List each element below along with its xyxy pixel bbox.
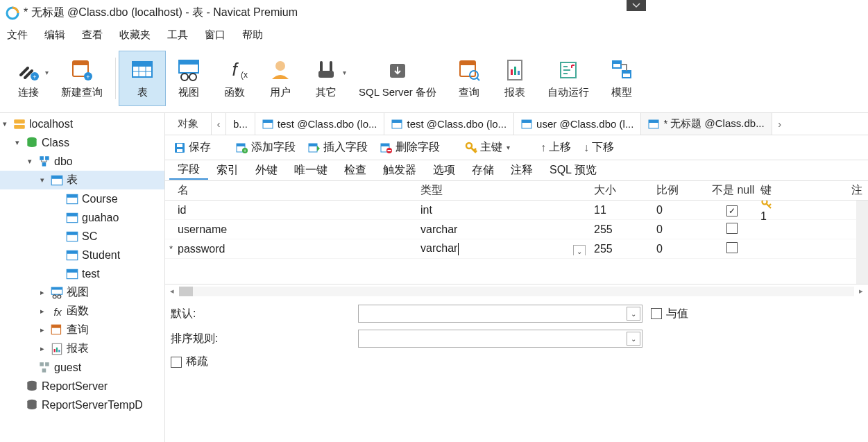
- menu-favorites[interactable]: 收藏夹: [115, 27, 163, 43]
- tool-user[interactable]: 用户: [257, 51, 303, 106]
- field-row-active[interactable]: * password varchar ⌄ 255 0: [165, 239, 868, 259]
- collapse-icon[interactable]: ▾: [37, 176, 47, 185]
- document-tab[interactable]: user @Class.dbo (l...: [514, 113, 641, 135]
- tree-database-rst[interactable]: ReportServerTempD: [0, 396, 164, 414]
- tool-other[interactable]: 其它 ▾: [303, 51, 349, 106]
- insert-field-button[interactable]: 插入字段: [304, 139, 372, 156]
- field-scale-cell[interactable]: 0: [652, 204, 708, 216]
- tool-connect[interactable]: + 连接 ▾: [6, 51, 51, 106]
- field-name-cell[interactable]: password: [173, 243, 416, 255]
- tool-autorun[interactable]: 自动运行: [538, 51, 599, 106]
- tool-function[interactable]: f(x) 函数: [212, 51, 257, 106]
- tree-reports-group[interactable]: ▸ 报表: [0, 339, 164, 358]
- col-header-name[interactable]: 名: [173, 183, 416, 198]
- tree-connection[interactable]: ▾ localhost: [0, 114, 164, 133]
- subtab-checks[interactable]: 检查: [336, 162, 375, 179]
- type-dropdown-button[interactable]: ⌄: [573, 245, 586, 255]
- delete-field-button[interactable]: 删除字段: [376, 139, 444, 156]
- field-type-cell[interactable]: varchar: [416, 223, 590, 236]
- tool-report[interactable]: 报表: [492, 51, 538, 106]
- tab-scroll-left[interactable]: ‹: [211, 113, 226, 135]
- subtab-comment[interactable]: 注释: [502, 162, 541, 179]
- add-field-button[interactable]: + 添加字段: [232, 139, 300, 156]
- primary-key-button[interactable]: 主键 ▾: [461, 139, 514, 156]
- tree-table-item[interactable]: Student: [0, 246, 164, 264]
- col-header-size[interactable]: 大小: [590, 183, 652, 198]
- tree-queries-group[interactable]: ▸ 查询: [0, 321, 164, 339]
- vertical-scrollbar[interactable]: [856, 201, 868, 284]
- save-button[interactable]: 保存: [169, 139, 215, 156]
- col-header-scale[interactable]: 比例: [652, 183, 708, 198]
- field-size-cell[interactable]: 11: [590, 204, 652, 216]
- menu-help[interactable]: 帮助: [238, 27, 275, 43]
- field-row[interactable]: username varchar 255 0: [165, 220, 868, 239]
- subtab-indexes[interactable]: 索引: [208, 162, 247, 179]
- tool-backup[interactable]: SQL Server 备份: [349, 51, 446, 106]
- field-scale-cell[interactable]: 0: [652, 243, 708, 255]
- subtab-foreign-keys[interactable]: 外键: [247, 162, 286, 179]
- col-header-notnull[interactable]: 不是 null: [708, 183, 756, 198]
- field-key-cell[interactable]: 1: [756, 201, 798, 223]
- tree-tables-group[interactable]: ▾ 表: [0, 171, 164, 189]
- menu-edit[interactable]: 编辑: [40, 27, 78, 43]
- field-type-cell[interactable]: varchar ⌄: [416, 242, 590, 255]
- checkbox-icon[interactable]: [171, 357, 182, 368]
- sparse-checkbox[interactable]: 稀疏: [171, 355, 208, 369]
- expand-icon[interactable]: ▸: [37, 288, 47, 297]
- tree-table-item[interactable]: SC: [0, 227, 164, 246]
- document-tab-active[interactable]: * 无标题 @Class.db...: [641, 113, 772, 135]
- tree-schema[interactable]: ▾ dbo: [0, 152, 164, 171]
- tool-model[interactable]: 模型: [599, 51, 645, 106]
- document-tab[interactable]: test @Class.dbo (lo...: [384, 113, 514, 135]
- tree-database-rs[interactable]: ReportServer: [0, 377, 164, 396]
- document-tab[interactable]: test @Class.dbo (lo...: [255, 113, 385, 135]
- checkbox-icon[interactable]: [726, 242, 738, 253]
- tree-views-group[interactable]: ▸ 视图: [0, 283, 164, 302]
- tool-query[interactable]: 查询: [446, 51, 492, 106]
- field-name-cell[interactable]: username: [173, 223, 416, 236]
- document-tab[interactable]: b...: [226, 113, 255, 135]
- tree-table-item[interactable]: test: [0, 264, 164, 283]
- field-size-cell[interactable]: 255: [590, 243, 652, 255]
- col-header-type[interactable]: 类型: [416, 183, 590, 198]
- col-header-key[interactable]: 键: [756, 183, 798, 198]
- collapse-icon[interactable]: ▾: [12, 138, 22, 147]
- window-sys-control[interactable]: [627, 0, 646, 11]
- tool-view[interactable]: 视图: [166, 51, 212, 106]
- tab-objects[interactable]: 对象: [165, 113, 211, 135]
- menu-window[interactable]: 窗口: [201, 27, 238, 43]
- field-type-cell[interactable]: int: [416, 204, 590, 216]
- field-notnull-cell[interactable]: [708, 223, 756, 237]
- scroll-thumb[interactable]: [179, 287, 193, 296]
- tree-functions-group[interactable]: ▸ fx 函数: [0, 302, 164, 321]
- subtab-storage[interactable]: 存储: [463, 162, 502, 179]
- tree-schema-guest[interactable]: guest: [0, 358, 164, 377]
- menu-tools[interactable]: 工具: [163, 27, 201, 43]
- subtab-sql-preview[interactable]: SQL 预览: [541, 162, 605, 179]
- move-up-button[interactable]: ↑ 上移: [536, 139, 575, 156]
- tool-new-query[interactable]: + 新建查询: [51, 51, 112, 106]
- scroll-right-button[interactable]: ▸: [854, 285, 868, 298]
- checkbox-icon[interactable]: [651, 308, 662, 319]
- menu-view[interactable]: 查看: [78, 27, 115, 43]
- with-value-checkbox[interactable]: 与值: [651, 307, 688, 321]
- col-header-comment[interactable]: 注: [798, 183, 868, 198]
- subtab-triggers[interactable]: 触发器: [375, 162, 425, 179]
- collapse-icon[interactable]: ▾: [0, 119, 10, 128]
- subtab-uniques[interactable]: 唯一键: [286, 162, 336, 179]
- field-scale-cell[interactable]: 0: [652, 223, 708, 236]
- tab-scroll-right[interactable]: ›: [772, 113, 788, 135]
- tool-table[interactable]: 表: [119, 51, 166, 106]
- collapse-icon[interactable]: ▾: [25, 157, 35, 166]
- tree-table-item[interactable]: Course: [0, 189, 164, 208]
- move-down-button[interactable]: ↓ 下移: [579, 139, 618, 156]
- expand-icon[interactable]: ▸: [37, 325, 47, 334]
- field-size-cell[interactable]: 255: [590, 223, 652, 236]
- expand-icon[interactable]: ▸: [37, 344, 47, 353]
- menu-file[interactable]: 文件: [3, 27, 40, 43]
- subtab-options[interactable]: 选项: [425, 162, 463, 179]
- checkbox-icon[interactable]: [726, 223, 738, 234]
- tree-table-item[interactable]: guahao: [0, 208, 164, 227]
- checkbox-checked-icon[interactable]: ✓: [726, 205, 738, 216]
- collation-select[interactable]: ⌄: [358, 330, 643, 348]
